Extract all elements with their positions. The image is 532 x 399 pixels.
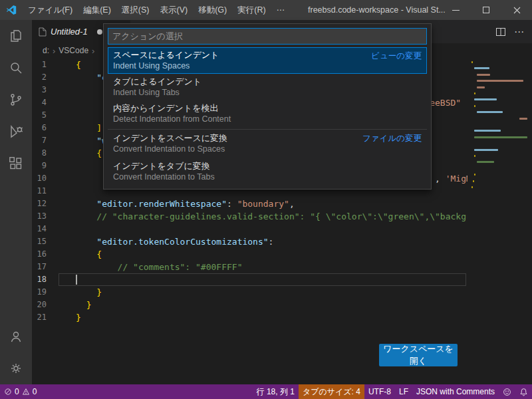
file-icon xyxy=(39,27,47,37)
line-number: 1 xyxy=(32,59,47,71)
minimap-line xyxy=(477,161,493,163)
problems-status[interactable]: 0 0 xyxy=(0,384,41,399)
more-actions-icon[interactable]: ⋯ xyxy=(514,20,524,43)
line-number: 16 xyxy=(32,248,47,261)
menu-item-1[interactable]: 編集(E) xyxy=(78,0,116,20)
line-number: 6 xyxy=(32,122,47,134)
code-text: ], xyxy=(76,122,107,134)
open-workspace-button[interactable]: ワークスペースを開く xyxy=(379,344,458,366)
quick-pick-item-detail: Indent Using Spaces xyxy=(113,61,422,72)
vscode-logo-icon xyxy=(0,5,23,15)
notification-bell-icon[interactable] xyxy=(515,384,532,399)
quick-pick-group-label: ビューの変更 xyxy=(371,51,422,62)
line-number: 20 xyxy=(32,299,47,311)
line-number: 11 xyxy=(32,185,47,198)
menu-item-0[interactable]: ファイル(F) xyxy=(23,0,78,20)
explorer-icon[interactable] xyxy=(0,20,32,52)
quick-pick-list: スペースによるインデントIndent Using Spacesビューの変更タブに… xyxy=(108,47,427,185)
quick-pick-item-detail: Convert Indentation to Spaces xyxy=(113,144,422,155)
quick-pick-item-detail: Detect Indentation from Content xyxy=(113,114,422,125)
quick-pick-item[interactable]: タブによるインデントIndent Using Tabs xyxy=(108,74,427,100)
text-cursor xyxy=(76,275,77,285)
code-text: // "character-guidelines.valid-section":… xyxy=(76,210,532,223)
code-text: } xyxy=(76,311,81,324)
menu-item-2[interactable]: 選択(S) xyxy=(116,0,155,20)
source-control-icon[interactable] xyxy=(0,84,32,116)
tab-size-status[interactable]: タブのサイズ: 4 xyxy=(299,384,364,399)
vscode-window: ファイル(F)編集(E)選択(S)表示(V)移動(G)実行(R)⋯ freebs… xyxy=(0,0,532,399)
line-number: 4 xyxy=(32,96,47,109)
code-line[interactable]: 17 // "comments": "#00FFFF" xyxy=(32,261,532,273)
minimap-line xyxy=(474,130,501,132)
line-number: 9 xyxy=(32,160,47,172)
minimap-line xyxy=(474,136,527,138)
quick-pick: スペースによるインデントIndent Using Spacesビューの変更タブに… xyxy=(103,23,432,190)
quick-pick-item[interactable]: スペースによるインデントIndent Using Spacesビューの変更 xyxy=(108,47,427,74)
minimap-line xyxy=(477,80,523,82)
quick-pick-item-detail: Indent Using Tabs xyxy=(113,87,422,98)
line-number: 10 xyxy=(32,172,47,185)
run-debug-icon[interactable] xyxy=(0,116,32,148)
code-line[interactable]: 12 "editor.renderWhitespace": "boundary"… xyxy=(32,198,532,210)
warning-count: 0 xyxy=(33,384,37,399)
minimap-line xyxy=(474,67,489,69)
extensions-icon[interactable] xyxy=(0,148,32,180)
title-bar: ファイル(F)編集(E)選択(S)表示(V)移動(G)実行(R)⋯ freebs… xyxy=(0,0,532,20)
chevron-right-icon: › xyxy=(90,46,96,56)
modified-dot-icon[interactable] xyxy=(97,29,102,35)
encoding-status[interactable]: UTF-8 xyxy=(364,384,395,399)
code-line[interactable]: 16 { xyxy=(32,248,532,261)
code-text: // "comments": "#00FFFF" xyxy=(76,261,242,273)
chevron-right-icon: › xyxy=(51,46,57,56)
search-icon[interactable] xyxy=(0,52,32,84)
code-text: } xyxy=(76,299,91,311)
code-text: "editor.tokenColorCustomizations": xyxy=(76,235,273,248)
code-line[interactable]: 13 // "character-guidelines.valid-sectio… xyxy=(32,210,532,223)
quick-pick-item[interactable]: 内容からインデントを検出Detect Indentation from Cont… xyxy=(108,100,427,127)
warning-triangle-icon xyxy=(22,388,30,396)
breadcrumb-item[interactable]: VSCode xyxy=(59,46,88,55)
line-number: 12 xyxy=(32,198,47,210)
menu-item-5[interactable]: 実行(R) xyxy=(232,0,271,20)
menu-item-6[interactable]: ⋯ xyxy=(271,0,291,20)
quick-pick-item[interactable]: インデントをスペースに変換Convert Indentation to Spac… xyxy=(108,129,427,158)
line-number: 2 xyxy=(32,71,47,84)
code-line[interactable]: 15 "editor.tokenColorCustomizations": xyxy=(32,235,532,248)
minimap-line xyxy=(474,155,475,157)
line-number: 15 xyxy=(32,235,47,248)
code-line[interactable]: 20 } xyxy=(32,299,532,311)
tab-actions: ⋯ xyxy=(495,20,532,43)
code-line[interactable]: 18 xyxy=(32,273,532,286)
line-number: 3 xyxy=(32,84,47,96)
minimap-line xyxy=(477,86,485,88)
cursor-position-status[interactable]: 行 18, 列 1 xyxy=(253,384,299,399)
maximize-icon[interactable] xyxy=(471,0,501,20)
code-text: } xyxy=(76,286,102,299)
split-editor-icon[interactable] xyxy=(495,27,506,37)
line-number: 8 xyxy=(32,147,47,160)
minimize-icon[interactable] xyxy=(440,0,471,20)
line-number: 18 xyxy=(32,273,47,286)
window-title: freebsd.code-workspace - Visual St... xyxy=(308,0,446,20)
minimap-line xyxy=(474,149,498,151)
minimap-line xyxy=(477,111,503,113)
minimap[interactable] xyxy=(467,58,532,384)
feedback-smiley-icon[interactable] xyxy=(499,384,515,399)
code-line[interactable]: 14 xyxy=(32,223,532,235)
menu-item-3[interactable]: 表示(V) xyxy=(154,0,193,20)
language-mode-status[interactable]: JSON with Comments xyxy=(412,384,499,399)
line-number: 5 xyxy=(32,109,47,122)
settings-gear-icon[interactable] xyxy=(0,352,32,384)
menu-bar: ファイル(F)編集(E)選択(S)表示(V)移動(G)実行(R)⋯ xyxy=(23,0,290,20)
code-line[interactable]: 19 } xyxy=(32,286,532,299)
code-text: { xyxy=(76,59,81,71)
quick-pick-item[interactable]: インデントをタブに変換Convert Indentation to Tabs xyxy=(108,158,427,185)
close-icon[interactable] xyxy=(501,0,532,20)
eol-status[interactable]: LF xyxy=(395,384,412,399)
menu-item-4[interactable]: 移動(G) xyxy=(193,0,232,20)
breadcrumb-item[interactable]: d: xyxy=(43,46,49,55)
quick-pick-group-label: ファイルの変更 xyxy=(362,133,422,144)
code-line[interactable]: 21} xyxy=(32,311,532,324)
quick-pick-input[interactable] xyxy=(108,28,427,45)
account-icon[interactable] xyxy=(0,321,32,352)
